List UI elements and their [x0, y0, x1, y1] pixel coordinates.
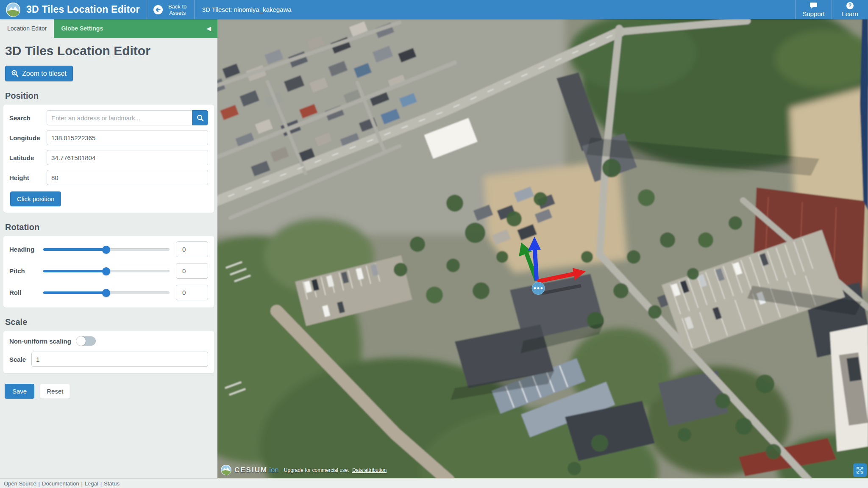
- heading-label: Heading: [9, 246, 43, 253]
- tab-globe-settings[interactable]: Globe Settings: [54, 19, 110, 38]
- footer-separator: |: [39, 480, 40, 487]
- sidebar-tabbar: Location Editor Globe Settings: [0, 19, 217, 38]
- pitch-slider[interactable]: [43, 267, 170, 275]
- roll-value-input[interactable]: [176, 285, 208, 300]
- cesium-logo-icon: [221, 465, 231, 475]
- search-button[interactable]: [192, 110, 208, 125]
- location-editor-panel: 3D Tiles Location Editor Zoom to tileset…: [0, 38, 217, 478]
- footer-bar: Open Source | Documentation | Legal | St…: [0, 478, 868, 488]
- reset-button[interactable]: Reset: [40, 384, 70, 399]
- latitude-row: Latitude: [9, 150, 208, 165]
- height-row: Height: [9, 170, 208, 185]
- editor-sidebar: Location Editor Globe Settings 3D Tiles …: [0, 19, 217, 478]
- learn-button[interactable]: Learn: [832, 0, 868, 19]
- fullscreen-button[interactable]: [853, 463, 867, 477]
- header-divider: [194, 0, 195, 19]
- pitch-slider-row: Pitch: [9, 263, 208, 279]
- speech-bubble-icon: [810, 2, 818, 9]
- longitude-input[interactable]: [47, 130, 208, 145]
- position-heading: Position: [5, 91, 214, 101]
- cesium-credit-bar: CESIUM ion Upgrade for commercial use. D…: [221, 465, 387, 475]
- footer-link-status[interactable]: Status: [104, 480, 120, 487]
- page-title: 3D Tiles Location Editor: [5, 44, 214, 58]
- roll-slider[interactable]: [43, 288, 170, 297]
- non-uniform-scaling-toggle[interactable]: [76, 336, 96, 346]
- latitude-input[interactable]: [47, 150, 208, 165]
- pitch-value-input[interactable]: [176, 263, 208, 279]
- heading-slider-thumb[interactable]: [102, 246, 110, 254]
- tileset-name-label: 3D Tileset: ninomiya_kakegawa: [202, 6, 292, 13]
- latitude-label: Latitude: [9, 154, 47, 161]
- scale-card: Non-uniform scaling Scale: [3, 331, 214, 373]
- rotation-card: Heading Pitch: [3, 236, 214, 308]
- slider-fill: [43, 270, 106, 272]
- magnifier-plus-icon: [11, 70, 19, 77]
- footer-link-documentation[interactable]: Documentation: [42, 480, 79, 487]
- upgrade-notice: Upgrade for commercial use.: [284, 467, 349, 473]
- height-label: Height: [9, 174, 47, 181]
- heading-slider[interactable]: [43, 245, 170, 254]
- click-position-row: Click position: [9, 190, 208, 206]
- position-card: Search Longitude: [3, 105, 214, 213]
- roll-slider-thumb[interactable]: [102, 289, 110, 297]
- arrow-left-circle-icon: [153, 5, 163, 15]
- top-header-bar: 3D Tiles Location Editor Back to Assets …: [0, 0, 868, 19]
- satellite-imagery[interactable]: [217, 19, 868, 478]
- magnifier-icon: [197, 114, 204, 122]
- heading-slider-row: Heading: [9, 241, 208, 257]
- longitude-row: Longitude: [9, 130, 208, 145]
- cesium-brand-label: CESIUM: [234, 466, 267, 474]
- roll-slider-row: Roll: [9, 285, 208, 300]
- learn-label: Learn: [842, 10, 858, 17]
- search-input[interactable]: [47, 110, 192, 125]
- scale-heading: Scale: [5, 317, 214, 327]
- back-to-assets-label: Back to Assets: [167, 3, 188, 16]
- search-label: Search: [9, 114, 47, 122]
- footer-link-legal[interactable]: Legal: [85, 480, 98, 487]
- longitude-label: Longitude: [9, 134, 47, 141]
- pitch-label: Pitch: [9, 267, 43, 274]
- cesium-logo-icon: [6, 3, 20, 17]
- question-mark-circle-icon: [846, 2, 854, 9]
- footer-separator: |: [100, 480, 102, 487]
- non-uniform-scaling-row: Non-uniform scaling: [9, 336, 208, 346]
- support-button[interactable]: Support: [795, 0, 832, 19]
- click-position-button[interactable]: Click position: [10, 191, 61, 206]
- zoom-to-tileset-button[interactable]: Zoom to tileset: [5, 66, 73, 81]
- slider-fill: [43, 248, 106, 251]
- back-to-assets-button[interactable]: Back to Assets: [147, 0, 194, 19]
- map-viewport[interactable]: CESIUM ion Upgrade for commercial use. D…: [217, 19, 868, 478]
- search-row: Search: [9, 110, 208, 125]
- actions-row: Save Reset: [5, 384, 214, 399]
- slider-fill: [43, 291, 106, 294]
- data-attribution-link[interactable]: Data attribution: [352, 467, 387, 473]
- heading-value-input[interactable]: [176, 241, 208, 257]
- toggle-knob: [76, 336, 86, 346]
- ion-brand-label: ion: [269, 466, 279, 474]
- roll-label: Roll: [9, 289, 43, 296]
- collapse-panel-icon[interactable]: [206, 19, 211, 38]
- app-title: 3D Tiles Location Editor: [26, 4, 140, 15]
- tab-location-editor[interactable]: Location Editor: [0, 19, 54, 38]
- scale-label: Scale: [9, 356, 31, 363]
- non-uniform-scaling-label: Non-uniform scaling: [9, 338, 71, 345]
- expand-arrows-icon: [855, 466, 865, 475]
- footer-separator: |: [81, 480, 82, 487]
- scale-row: Scale: [9, 352, 208, 367]
- save-button[interactable]: Save: [5, 384, 34, 399]
- rotation-heading: Rotation: [5, 222, 214, 232]
- scale-input[interactable]: [31, 352, 208, 367]
- height-input[interactable]: [47, 170, 208, 185]
- pitch-slider-thumb[interactable]: [102, 267, 110, 275]
- footer-link-open-source[interactable]: Open Source: [4, 480, 36, 487]
- zoom-to-tileset-label: Zoom to tileset: [22, 70, 67, 78]
- support-label: Support: [802, 10, 825, 17]
